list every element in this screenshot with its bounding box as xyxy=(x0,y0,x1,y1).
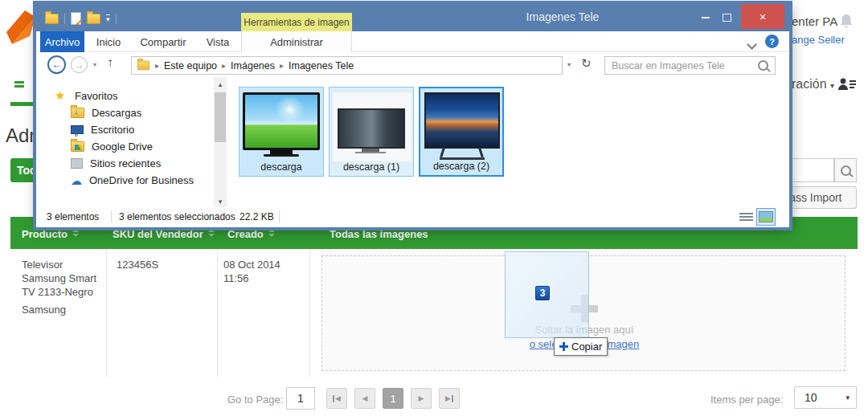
product-sku: 123456S xyxy=(117,258,158,271)
chevron-down-icon xyxy=(747,39,757,50)
logo-icon xyxy=(5,8,39,47)
tab-compartir[interactable]: Compartir xyxy=(134,31,192,52)
image-tools-tab[interactable]: Herramientas de imagen xyxy=(241,13,352,31)
tab-inicio[interactable]: Inicio xyxy=(88,31,129,52)
caret-down-icon: ▾ xyxy=(845,394,856,402)
tv-leg xyxy=(478,148,484,157)
current-page-button[interactable]: 1 xyxy=(383,388,403,409)
tv-leg xyxy=(440,148,445,157)
forward-button[interactable]: → xyxy=(71,56,88,73)
sidebar-item-descargas[interactable]: ↓ Descargas xyxy=(71,107,141,119)
address-dropdown-icon[interactable]: ▾ xyxy=(567,61,571,68)
user-list-icon[interactable] xyxy=(837,77,857,95)
back-button[interactable]: ← xyxy=(47,55,66,74)
sidebar-item-onedrive[interactable]: ☁ OneDrive for Business xyxy=(71,174,194,186)
items-per-page-label: Items per page: xyxy=(710,394,783,406)
tv-base xyxy=(264,154,299,157)
account-name: enter PA xyxy=(792,14,837,28)
items-per-page-value: 10 xyxy=(795,391,845,404)
admin-dropdown[interactable]: ración ▾ xyxy=(792,77,834,92)
sidebar-item-favoritos[interactable]: ★ Favoritos xyxy=(55,88,118,103)
selected-size: 22.2 KB xyxy=(240,211,274,222)
tab-administrar[interactable]: Administrar xyxy=(241,31,352,52)
refresh-button[interactable]: ↻ xyxy=(581,56,592,71)
new-folder-icon[interactable] xyxy=(87,14,100,24)
thumbnail-view-button[interactable] xyxy=(756,208,776,226)
copy-tooltip-label: Copiar xyxy=(571,341,602,353)
file-tile-descarga[interactable]: descarga xyxy=(239,87,324,177)
admin-dropdown-label: ración xyxy=(792,77,827,91)
search-placeholder: Buscar en Imagenes Tele xyxy=(612,60,758,71)
divider xyxy=(111,210,112,222)
column-header-creado[interactable]: Creado xyxy=(227,228,275,240)
column-divider xyxy=(309,249,310,377)
notification-bell-icon[interactable] xyxy=(839,13,854,32)
window-title: Imagenes Tele xyxy=(446,10,679,23)
column-header-imagenes: Todas las imagenes xyxy=(330,228,428,240)
column-divider xyxy=(217,249,218,377)
sort-icon[interactable] xyxy=(268,229,275,237)
folder-icon[interactable] xyxy=(45,14,59,24)
active-tab-underline xyxy=(10,102,37,106)
search-icon xyxy=(758,60,768,71)
details-view-button[interactable] xyxy=(737,209,755,225)
ribbon-tab-row: Archivo Inicio Compartir Vista Administr… xyxy=(36,31,789,52)
breadcrumb-item[interactable]: Imagenes Tele xyxy=(289,60,354,71)
divider xyxy=(64,13,65,24)
breadcrumb-separator-icon: ▸ xyxy=(222,61,226,70)
help-button[interactable]: ? xyxy=(765,35,779,48)
tab-archivo[interactable]: Archivo xyxy=(40,31,84,52)
customize-toolbar-icon[interactable]: ▾ xyxy=(106,14,110,22)
product-brand: Samsung xyxy=(22,303,66,316)
title-bar[interactable]: ✓ ▾ Herramientas de imagen Imagenes Tele… xyxy=(36,4,789,31)
sidebar-item-escritorio[interactable]: Escritorio xyxy=(71,124,134,136)
product-name: Televisor Samsung Smart TV 2133-Negro xyxy=(22,258,104,299)
properties-icon[interactable]: ✓ xyxy=(71,12,81,25)
explorer-search-box[interactable]: Buscar en Imagenes Tele xyxy=(604,56,776,75)
breadcrumb-item[interactable]: Este equipo xyxy=(164,60,217,71)
column-header-sku[interactable]: SKU del Vendedor xyxy=(113,228,215,240)
mass-import-label: Mass Import xyxy=(780,191,841,204)
prev-page-button[interactable]: ◀ xyxy=(354,388,375,409)
breadcrumb-separator-icon: ▸ xyxy=(155,61,159,70)
breadcrumb[interactable]: ▸ Este equipo ▸ Imágenes ▸ Imagenes Tele xyxy=(131,56,563,75)
file-tile-descarga-2[interactable]: descarga (2) xyxy=(419,87,504,177)
page-search-button[interactable] xyxy=(834,158,857,182)
file-tile-descarga-1[interactable]: descarga (1) xyxy=(329,87,414,177)
next-page-button[interactable]: ▶ xyxy=(411,388,432,409)
tab-vista[interactable]: Vista xyxy=(197,31,239,52)
sidebar-item-sitios-recientes[interactable]: Sitios recientes xyxy=(71,157,161,169)
divider xyxy=(279,210,280,222)
sort-icon[interactable] xyxy=(208,229,215,237)
close-icon: × xyxy=(760,10,766,23)
column-header-producto[interactable]: Producto xyxy=(22,228,79,240)
maximize-button[interactable] xyxy=(718,10,735,25)
close-button[interactable]: × xyxy=(741,4,784,29)
scrollbar-thumb[interactable] xyxy=(215,92,226,142)
breadcrumb-separator-icon: ▸ xyxy=(280,61,284,70)
items-per-page-select[interactable]: 10 ▾ xyxy=(794,386,857,409)
first-page-button[interactable]: ◀ xyxy=(326,388,347,409)
tv-thumbnail xyxy=(243,92,320,150)
sidebar-item-google-drive[interactable]: Google Drive xyxy=(71,141,153,153)
page-number-input[interactable] xyxy=(286,387,315,410)
minimize-button[interactable] xyxy=(697,10,714,25)
scroll-down-icon[interactable]: ▾ xyxy=(214,198,227,206)
recent-locations-dropdown-icon[interactable]: ▾ xyxy=(93,61,96,68)
up-button[interactable]: ↑ xyxy=(107,55,113,70)
expand-ribbon-button[interactable] xyxy=(748,37,755,51)
desktop-icon xyxy=(71,125,84,134)
created-date: 08 Oct 2014 xyxy=(223,258,280,271)
details-view-icon xyxy=(739,213,753,221)
tv-base xyxy=(440,157,485,160)
sidebar-scrollbar[interactable]: ▴ ▾ xyxy=(214,77,227,209)
app-logo[interactable] xyxy=(5,8,39,47)
sort-icon[interactable] xyxy=(72,229,79,237)
column-divider xyxy=(106,249,107,377)
breadcrumb-item[interactable]: Imágenes xyxy=(231,60,275,71)
copy-tooltip: Copiar xyxy=(554,337,608,356)
cloud-icon: ☁ xyxy=(71,176,82,186)
change-seller-link[interactable]: ange Seller xyxy=(792,34,845,46)
scroll-up-icon[interactable]: ▴ xyxy=(214,80,227,88)
last-page-button[interactable]: ▶ xyxy=(439,388,460,409)
